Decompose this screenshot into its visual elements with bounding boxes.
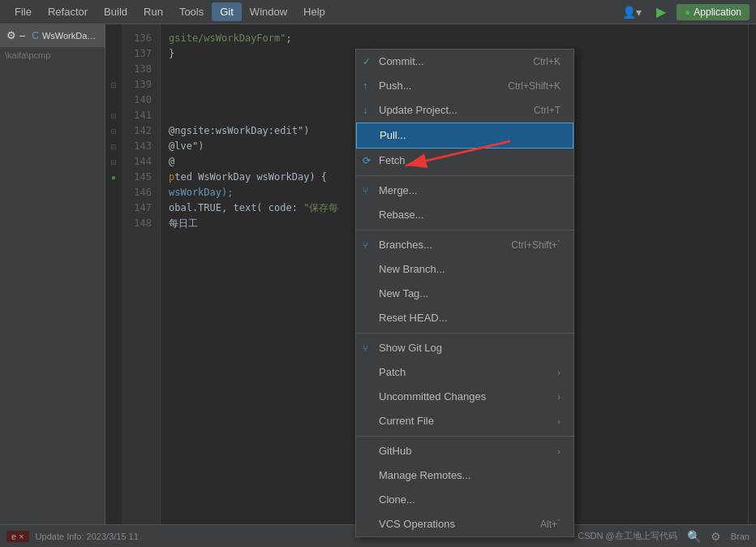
patch-label: Patch: [379, 364, 406, 381]
menu-item-merge[interactable]: ⑂ Merge...: [356, 179, 573, 203]
menu-item-new-tag[interactable]: New Tag...: [356, 282, 573, 306]
sidebar-tree: \kaifa\pcmp: [0, 47, 105, 547]
menu-item-uncommitted[interactable]: Uncommitted Changes ›: [356, 385, 573, 409]
menu-item-current-file[interactable]: Current File ›: [356, 409, 573, 433]
menu-item-clone[interactable]: Clone...: [356, 488, 573, 512]
line-num-138: 138: [125, 62, 157, 77]
separator-3: [356, 333, 573, 334]
status-left: e × Update Info: 2023/3/15 11: [6, 531, 139, 542]
menu-refactor[interactable]: Refactor: [40, 2, 96, 21]
menu-bar: File Refactor Build Run Tools Git Window…: [0, 0, 756, 24]
status-right: CSDN @在工地上写代码 🔍 ⚙ Bran: [578, 530, 750, 543]
menu-item-fetch[interactable]: ⟳ Fetch: [356, 149, 573, 173]
menu-item-manage-remotes[interactable]: Manage Remotes...: [356, 463, 573, 488]
menu-item-vcs-ops[interactable]: VCS Operations Alt+`: [356, 512, 573, 536]
menu-item-new-branch[interactable]: New Branch...: [356, 257, 573, 282]
line-num-145: 145: [125, 170, 157, 185]
fetch-label: Fetch: [379, 153, 406, 169]
gutter-icon-142: ⊟: [110, 123, 117, 139]
current-file-submenu-arrow: ›: [557, 413, 561, 429]
menu-item-reset-head[interactable]: Reset HEAD...: [356, 306, 573, 330]
ann-144: @: [169, 156, 174, 167]
toolbar-right: 👤▾ ▶ ● Application: [618, 2, 750, 21]
application-button[interactable]: ● Application: [677, 4, 750, 20]
sidebar: ⚙ – C WsWorkDayCont \kaifa\pcmp: [0, 24, 105, 547]
line-num-142: 142: [125, 123, 157, 139]
code-line-136: gsite/wsWorkDayForm";: [169, 31, 740, 46]
line-num-140: 140: [125, 93, 157, 108]
menu-run[interactable]: Run: [135, 2, 171, 21]
settings-status-icon[interactable]: ⚙: [711, 530, 721, 543]
show-log-icon: ⑂: [363, 340, 368, 356]
gutter-icon-143: ⊟: [110, 139, 117, 154]
push-label: Push...: [379, 78, 411, 94]
vcs-ops-label: VCS Operations: [379, 516, 455, 532]
menu-build[interactable]: Build: [96, 2, 135, 21]
menu-file[interactable]: File: [6, 2, 40, 21]
menu-tools[interactable]: Tools: [171, 2, 212, 21]
menu-item-github[interactable]: GitHub ›: [356, 439, 573, 463]
update-shortcut: Ctrl+T: [534, 102, 561, 118]
update-label: Update Project...: [379, 102, 457, 118]
menu-git[interactable]: Git: [212, 2, 242, 21]
vertical-scrollbar[interactable]: [748, 24, 756, 547]
menu-item-push[interactable]: ↑ Push... Ctrl+Shift+K: [356, 74, 573, 98]
status-update-text: Update Info: 2023/3/15 11: [36, 532, 139, 541]
merge-icon: ⑂: [363, 183, 368, 199]
line-num-137: 137: [125, 46, 157, 62]
code-area: ⊟ ⊟ ⊟ ⊟ ⊟ ● 136 137 138 139 140 141 142: [105, 24, 756, 547]
new-tag-label: New Tag...: [379, 286, 428, 302]
run-icon[interactable]: ▶: [652, 2, 670, 21]
sidebar-gear-icon[interactable]: ⚙: [6, 29, 16, 41]
menu-item-update[interactable]: ↓ Update Project... Ctrl+T: [356, 98, 573, 123]
gutter-icon-144: ⊟: [110, 154, 117, 170]
git-dropdown-menu[interactable]: ✓ Commit... Ctrl+K ↑ Push... Ctrl+Shift+…: [355, 49, 574, 537]
line-num-136: 136: [125, 31, 157, 46]
gutter-icon-145: ●: [111, 170, 116, 185]
show-log-label: Show Git Log: [379, 340, 442, 356]
search-status-icon[interactable]: 🔍: [687, 530, 701, 543]
uncommitted-submenu-arrow: ›: [557, 389, 561, 405]
status-close-btn[interactable]: e ×: [6, 531, 29, 542]
menu-item-patch[interactable]: Patch ›: [356, 360, 573, 385]
separator-2: [356, 230, 573, 230]
sidebar-path: \kaifa\pcmp: [0, 47, 105, 63]
menu-item-rebase[interactable]: Rebase...: [356, 203, 573, 227]
user-icon[interactable]: 👤▾: [618, 4, 646, 20]
app-icon: ●: [685, 6, 690, 18]
main-area: ⚙ – C WsWorkDayCont \kaifa\pcmp ⊟ ⊟ ⊟ ⊟ …: [0, 24, 756, 547]
line-num-148: 148: [125, 216, 157, 231]
line-num-141: 141: [125, 108, 157, 123]
sidebar-title: WsWorkDayCont: [42, 31, 98, 41]
code-gutter-icons: ⊟ ⊟ ⊟ ⊟ ⊟ ●: [105, 24, 122, 547]
menu-item-commit[interactable]: ✓ Commit... Ctrl+K: [356, 50, 573, 74]
merge-label: Merge...: [379, 183, 418, 199]
branch-label[interactable]: Bran: [731, 532, 750, 541]
push-icon: ↑: [363, 78, 367, 94]
status-csdn-text: CSDN @在工地上写代码: [578, 530, 677, 542]
file-icon: C: [32, 30, 39, 41]
vcs-ops-shortcut: Alt+`: [540, 516, 561, 532]
menu-item-pull[interactable]: Pull...: [356, 123, 573, 149]
gutter-icon-141: ⊟: [110, 108, 117, 123]
rebase-label: Rebase...: [379, 207, 424, 223]
branches-shortcut: Ctrl+Shift+`: [511, 237, 561, 253]
push-shortcut: Ctrl+Shift+K: [508, 78, 561, 94]
github-submenu-arrow: ›: [557, 443, 561, 459]
menu-item-show-log[interactable]: ⑂ Show Git Log: [356, 336, 573, 360]
sidebar-minus-icon[interactable]: –: [19, 29, 25, 41]
commit-icon: ✓: [363, 54, 371, 70]
pull-label: Pull...: [380, 127, 406, 144]
branches-icon: ⑂: [363, 237, 368, 253]
new-branch-label: New Branch...: [379, 261, 445, 278]
commit-label: Commit...: [379, 54, 424, 70]
menu-item-branches[interactable]: ⑂ Branches... Ctrl+Shift+`: [356, 233, 573, 257]
menu-window[interactable]: Window: [242, 2, 295, 21]
line-num-146: 146: [125, 185, 157, 200]
reset-head-label: Reset HEAD...: [379, 310, 448, 326]
code-146: wsWorkDay);: [169, 187, 233, 198]
current-file-label: Current File: [379, 413, 434, 429]
patch-submenu-arrow: ›: [557, 364, 561, 381]
menu-help[interactable]: Help: [295, 2, 333, 21]
separator-1: [356, 175, 573, 176]
